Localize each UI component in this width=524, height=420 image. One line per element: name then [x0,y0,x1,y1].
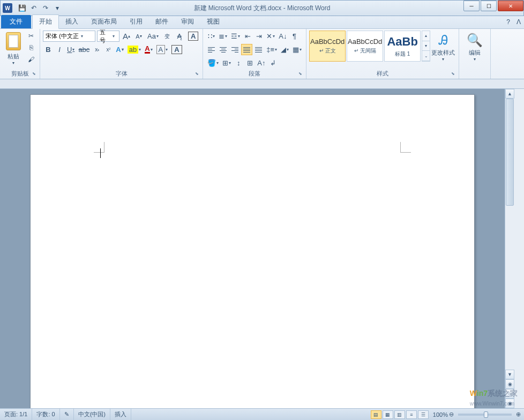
line-spacing-button[interactable]: ‡≡ [265,44,279,55]
scroll-down-icon[interactable]: ▼ [505,370,514,379]
char-shading-button[interactable]: A [155,44,170,55]
tab-references[interactable]: 引用 [123,15,149,28]
subscript-button[interactable]: x [92,44,102,55]
style-gallery-more[interactable]: ▴▾⌄ [422,31,430,62]
zoom-level[interactable]: 100% [433,411,448,418]
phonetic-guide-icon[interactable]: 变 [162,31,173,42]
scroll-thumb[interactable] [506,99,514,206]
style-preview: AaBbCcDd [348,38,382,46]
view-web-icon[interactable]: ▥ [394,410,405,419]
show-marks-icon[interactable]: ¶ [289,31,300,42]
superscript-button[interactable]: x [103,44,114,55]
view-fullscreen-icon[interactable]: ▦ [383,410,393,419]
paragraph-marks-icon[interactable]: ↲ [267,57,278,69]
char-border-button[interactable]: A [170,44,183,55]
view-draft-icon[interactable]: ☰ [418,410,429,419]
sort-icon[interactable]: A↓ [277,31,288,42]
horizontal-ruler[interactable] [0,79,524,89]
maximize-button[interactable]: ☐ [481,1,497,11]
font-launcher-icon[interactable]: ⬊ [195,71,201,78]
zoom-thumb[interactable] [484,411,488,418]
sort-asc-icon[interactable]: A↑ [256,57,267,69]
borders-button[interactable]: ▦ [291,44,303,55]
paste-button[interactable]: 粘贴 ▾ [3,31,24,67]
cut-icon[interactable]: ✂ [25,31,37,41]
strike-button[interactable]: abc [77,44,91,55]
align-justify-button[interactable] [241,44,252,55]
change-styles-button[interactable]: Ꭿ 更改样式 ▾ [430,31,456,64]
undo-icon[interactable]: ↶ [28,3,39,13]
decrease-indent-icon[interactable]: ⇤ [242,31,253,42]
status-insert-mode[interactable]: 插入 [110,409,131,420]
scroll-track[interactable] [505,99,514,370]
copy-icon[interactable]: ⎘ [25,42,37,53]
underline-button[interactable]: U [65,44,76,55]
tab-mail[interactable]: 邮件 [149,15,175,28]
bullets-button[interactable]: ∷ [206,31,216,42]
shading-button[interactable]: ◢ [279,44,290,55]
view-outline-icon[interactable]: ≡ [406,410,417,419]
snap-grid-icon[interactable]: ⊞ [244,57,255,69]
style-nospacing[interactable]: AaBbCcDd ↵ 无间隔 [347,31,383,62]
font-size-combo[interactable]: 五号▾ [97,31,119,42]
tab-review[interactable]: 审阅 [175,15,200,28]
view-print-layout-icon[interactable]: ▤ [371,410,381,419]
align-distribute-button[interactable] [253,44,264,55]
clear-format-icon[interactable]: Ą [174,31,185,42]
find-icon: 🔍 [467,33,483,48]
change-case-icon[interactable]: Aa [146,31,160,42]
close-button[interactable]: ✕ [498,1,523,11]
align-right-button[interactable] [229,44,241,55]
paragraph-launcher-icon[interactable]: ⬊ [298,71,305,78]
numbering-button[interactable]: ≣ [217,31,229,42]
redo-icon[interactable]: ↷ [40,3,51,13]
save-icon[interactable]: 💾 [17,3,27,13]
shrink-font-icon[interactable]: A▾ [133,31,144,42]
format-painter-icon[interactable]: 🖌 [25,54,37,65]
style-heading1[interactable]: AaBb 标题 1 [384,31,421,62]
align-left-button[interactable] [206,44,217,55]
group-editing: 🔍 编辑 ▾ [459,29,491,79]
font-name-combo[interactable]: 宋体 (中文正▾ [43,31,95,42]
font-color-button[interactable]: A [143,44,154,55]
prev-page-icon[interactable]: ◉ [505,379,514,389]
grow-font-icon[interactable]: A▴ [121,31,132,42]
status-language[interactable]: 中文(中国) [74,409,110,420]
clipboard-launcher-icon[interactable]: ⬊ [32,71,39,78]
document-page[interactable] [30,94,475,408]
paste-icon [6,32,21,50]
tab-view[interactable]: 视图 [200,15,226,28]
increase-indent-icon[interactable]: ⇥ [253,31,264,42]
align-center-button[interactable] [218,44,229,55]
bold-button[interactable]: B [43,44,54,55]
style-normal[interactable]: AaBbCcDd ↵ 正文 [309,31,346,62]
tab-layout[interactable]: 页面布局 [85,15,123,28]
italic-button[interactable]: I [54,44,65,55]
find-button[interactable]: 🔍 编辑 ▾ [462,31,488,64]
fill-color-button[interactable]: 🪣 [206,57,220,69]
zoom-slider[interactable] [458,414,512,416]
text-direction-icon[interactable]: ↕ [233,57,244,69]
status-words[interactable]: 字数: 0 [32,409,59,420]
tab-insert[interactable]: 插入 [59,15,85,28]
titlebar: W 💾 ↶ ↷ ▾ 新建 Microsoft Word 文档.docx - Mi… [0,0,524,16]
status-proofing-icon[interactable]: ✎ [60,409,74,420]
asian-layout-icon[interactable]: ✕ [265,31,276,42]
status-page[interactable]: 页面: 1/1 [0,409,32,420]
multilevel-button[interactable]: ☲ [229,31,242,42]
border-style-button[interactable]: ⊞ [221,57,233,69]
help-icon[interactable]: ? [506,18,510,26]
zoom-in-icon[interactable]: ⊕ [516,411,521,418]
zoom-out-icon[interactable]: ⊖ [449,411,454,418]
styles-launcher-icon[interactable]: ⬊ [451,71,458,78]
qat-customize-icon[interactable]: ▾ [52,3,63,13]
tab-home[interactable]: 开始 [32,14,59,29]
text-effect-button[interactable]: A [114,44,125,55]
document-viewport[interactable] [0,89,505,408]
enclosed-char-icon[interactable]: A [186,31,200,42]
file-tab[interactable]: 文件 [1,15,31,28]
scroll-up-icon[interactable]: ▲ [505,89,514,99]
highlight-button[interactable]: ab [126,44,143,55]
minimize-button[interactable]: ─ [463,1,480,11]
ribbon-minimize-icon[interactable]: ᐱ [516,18,521,26]
